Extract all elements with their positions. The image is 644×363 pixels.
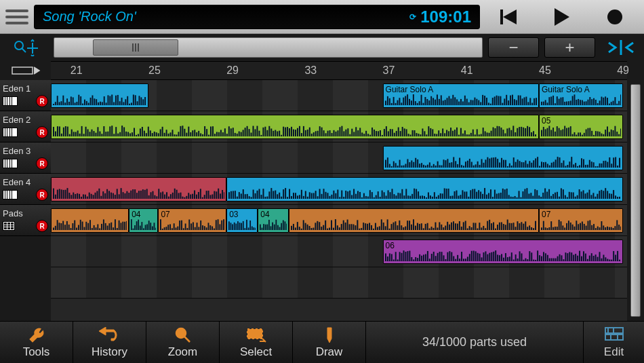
svg-rect-1134 — [601, 221, 602, 230]
vertical-scrollbar[interactable] — [627, 80, 644, 321]
svg-rect-203 — [105, 132, 106, 136]
ruler-tick: 41 — [461, 64, 473, 77]
svg-rect-1054 — [439, 222, 441, 230]
track-lane[interactable] — [51, 267, 627, 299]
svg-rect-268 — [237, 134, 238, 136]
parts-used-label: 34/1000 parts used — [366, 322, 583, 363]
track-header[interactable]: Eden 4R — [0, 174, 51, 205]
draw-button[interactable]: Draw — [293, 322, 366, 363]
clip[interactable] — [51, 177, 226, 202]
edit-button[interactable]: Edit — [583, 322, 644, 363]
record-arm-badge[interactable]: R — [36, 157, 48, 170]
svg-rect-624 — [144, 190, 146, 199]
zoom-button[interactable]: Zoom — [146, 322, 220, 363]
svg-rect-1257 — [609, 259, 610, 261]
svg-rect-553 — [573, 164, 574, 168]
svg-rect-777 — [454, 191, 456, 199]
scroll-thumb[interactable] — [93, 39, 178, 56]
svg-rect-783 — [466, 191, 468, 199]
clip[interactable]: 04 — [129, 208, 158, 233]
svg-rect-933 — [197, 223, 198, 230]
record-arm-badge[interactable]: R — [36, 126, 48, 138]
track-area: Eden 1REden 2REden 3REden 4RPadsR Guitar… — [0, 80, 644, 321]
svg-rect-45 — [121, 98, 123, 105]
clip[interactable]: 06 — [383, 240, 623, 264]
clip[interactable]: 07 — [158, 208, 226, 233]
track-header[interactable]: Eden 3R — [0, 142, 51, 174]
svg-rect-916 — [164, 227, 165, 230]
zoom-in-button[interactable]: + — [544, 37, 595, 58]
track-header[interactable]: PadsR — [0, 205, 51, 236]
svg-rect-981 — [293, 224, 294, 230]
svg-rect-438 — [582, 135, 583, 136]
rewind-button[interactable] — [485, 5, 533, 29]
svg-rect-1028 — [387, 219, 388, 230]
timeline[interactable]: Guitar Solo AGuitar Solo A05040703040706 — [51, 80, 627, 321]
song-display[interactable]: Song 'Rock On' ⟳ 109:01 — [34, 5, 480, 29]
clip[interactable]: Guitar Solo A — [539, 83, 623, 108]
svg-rect-88 — [444, 100, 445, 105]
svg-rect-85 — [438, 99, 439, 105]
record-arm-badge[interactable]: R — [36, 95, 48, 107]
play-button[interactable] — [538, 5, 586, 29]
svg-rect-567 — [601, 164, 602, 168]
svg-rect-410 — [523, 128, 524, 136]
svg-rect-1164 — [423, 254, 424, 261]
svg-rect-1032 — [395, 221, 397, 230]
split-view-button[interactable] — [601, 37, 641, 58]
svg-rect-837 — [575, 197, 576, 199]
clip[interactable] — [51, 83, 148, 108]
track-header[interactable]: Eden 1R — [0, 80, 51, 111]
svg-rect-868 — [68, 225, 70, 230]
clip[interactable] — [51, 208, 129, 233]
svg-rect-1085 — [501, 222, 502, 230]
svg-rect-1099 — [529, 225, 531, 230]
svg-rect-923 — [178, 227, 179, 230]
clip[interactable] — [289, 208, 539, 233]
track-name: Eden 3 — [3, 146, 48, 156]
svg-rect-231 — [162, 127, 163, 136]
menu-button[interactable] — [5, 5, 28, 28]
svg-rect-375 — [452, 131, 454, 136]
clip[interactable]: 04 — [258, 208, 289, 233]
svg-rect-1009 — [349, 224, 350, 230]
svg-rect-1220 — [535, 260, 536, 261]
svg-rect-992 — [315, 223, 317, 230]
zoom-tool-button[interactable] — [0, 34, 51, 61]
horizontal-scrollbar[interactable] — [54, 37, 483, 58]
svg-rect-743 — [386, 195, 387, 199]
svg-rect-281 — [262, 128, 264, 136]
clip[interactable]: Guitar Solo A — [383, 83, 539, 108]
record-button[interactable] — [591, 5, 639, 29]
svg-rect-325 — [351, 129, 353, 136]
tools-button[interactable]: Tools — [0, 322, 73, 363]
svg-rect-1191 — [477, 253, 478, 261]
svg-rect-353 — [408, 134, 409, 136]
record-arm-badge[interactable]: R — [36, 220, 48, 232]
svg-rect-1097 — [525, 221, 527, 230]
svg-rect-299 — [299, 126, 300, 136]
svg-rect-988 — [307, 225, 308, 230]
svg-rect-246 — [192, 130, 193, 136]
clip[interactable]: 07 — [539, 208, 623, 233]
record-arm-badge[interactable]: R — [36, 189, 48, 201]
select-button[interactable]: Select — [220, 322, 293, 363]
svg-rect-630 — [156, 196, 157, 199]
clip[interactable] — [226, 177, 623, 202]
timeline-ruler[interactable]: 2125293337414549 — [51, 61, 627, 80]
clip[interactable] — [51, 115, 539, 139]
svg-rect-1058 — [447, 222, 449, 230]
svg-rect-412 — [527, 126, 528, 136]
svg-rect-1061 — [453, 221, 454, 230]
svg-rect-737 — [374, 197, 375, 199]
svg-rect-505 — [477, 161, 478, 168]
clip[interactable]: 03 — [226, 208, 258, 233]
track-header[interactable]: Eden 2R — [0, 111, 51, 142]
svg-rect-33 — [98, 102, 99, 105]
clip[interactable]: 05 — [539, 115, 623, 139]
history-button[interactable]: History — [73, 322, 146, 363]
svg-rect-1180 — [455, 259, 456, 261]
loop-range-button[interactable] — [0, 61, 51, 80]
clip[interactable] — [383, 146, 623, 170]
zoom-out-button[interactable]: − — [488, 37, 539, 58]
